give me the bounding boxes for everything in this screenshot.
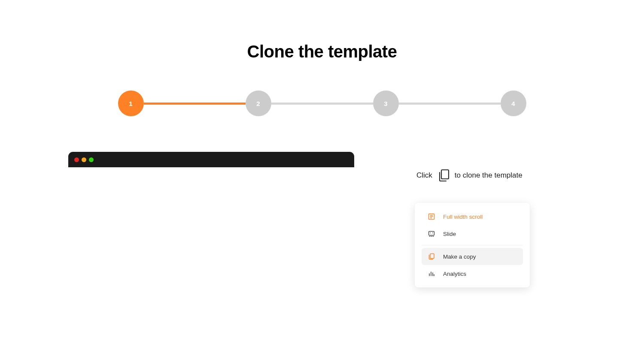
svg-point-6 xyxy=(430,232,431,233)
step-2[interactable]: 2 xyxy=(246,90,271,116)
instruction-prefix: Click xyxy=(416,171,432,180)
progress-stepper: 1 2 3 4 xyxy=(0,90,644,116)
window-close-icon[interactable] xyxy=(74,157,79,162)
browser-window-chrome xyxy=(68,152,354,167)
menu-item-label: Full width scroll xyxy=(443,214,483,220)
presentation-icon xyxy=(428,230,435,238)
step-line-2-3 xyxy=(271,103,373,105)
instruction-suffix: to clone the template xyxy=(455,171,522,180)
window-maximize-icon[interactable] xyxy=(89,157,94,162)
menu-item-label: Slide xyxy=(443,231,456,237)
menu-item-label: Make a copy xyxy=(443,253,476,260)
step-1[interactable]: 1 xyxy=(118,90,144,116)
svg-rect-0 xyxy=(441,170,449,179)
svg-point-7 xyxy=(432,232,433,233)
menu-item-slide[interactable]: Slide xyxy=(415,225,530,242)
instruction-text: Click to clone the template xyxy=(416,169,522,182)
copy-icon xyxy=(437,169,450,182)
page-title: Clone the template xyxy=(0,42,644,61)
menu-item-label: Analytics xyxy=(443,271,466,277)
step-3[interactable]: 3 xyxy=(373,90,399,116)
bars-icon xyxy=(428,270,435,278)
menu-item-analytics[interactable]: Analytics xyxy=(415,265,530,282)
document-icon xyxy=(428,213,435,220)
menu-divider xyxy=(422,245,523,245)
copy-outline-icon xyxy=(428,253,435,260)
step-line-1-2 xyxy=(144,103,246,105)
step-4[interactable]: 4 xyxy=(501,90,526,116)
menu-item-full-width-scroll[interactable]: Full width scroll xyxy=(415,208,530,225)
options-menu: Full width scroll Slide Make a copy xyxy=(415,203,530,287)
svg-rect-11 xyxy=(430,254,434,259)
step-line-3-4 xyxy=(399,103,501,105)
svg-rect-5 xyxy=(429,232,434,235)
window-minimize-icon[interactable] xyxy=(82,157,86,162)
menu-item-make-a-copy[interactable]: Make a copy xyxy=(422,248,523,265)
